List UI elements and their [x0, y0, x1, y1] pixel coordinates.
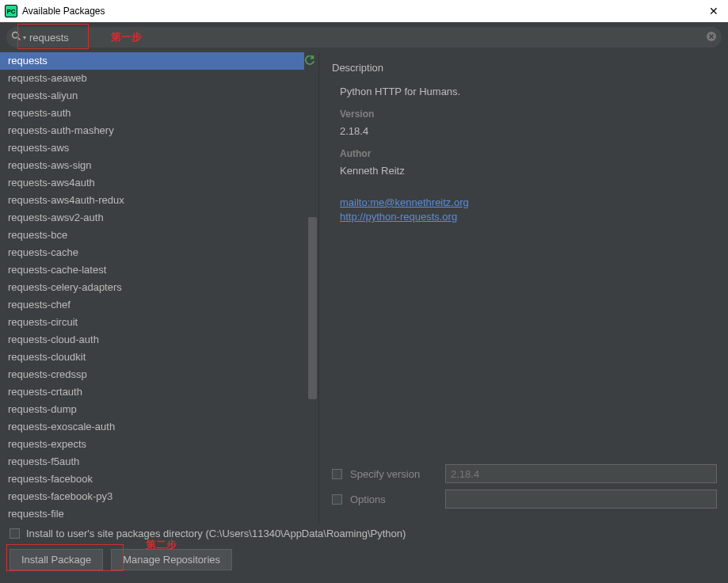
description-text: Python HTTP for Humans. [340, 85, 717, 99]
search-bar: ▾ 第一步 [0, 22, 728, 52]
package-item[interactable]: requests-aws4auth [0, 174, 304, 192]
package-item[interactable]: requests-aws-sign [0, 157, 304, 174]
package-item[interactable]: requests-celery-adapters [0, 279, 304, 296]
title-bar: PC Available Packages ✕ [0, 0, 728, 22]
svg-point-0 [13, 32, 18, 38]
package-item[interactable]: requests-auth [0, 105, 304, 122]
package-item[interactable]: requests-dump [0, 401, 304, 418]
scrollbar-thumb[interactable] [308, 217, 317, 399]
clear-search-icon[interactable] [706, 31, 717, 44]
author-label: Author [340, 147, 717, 161]
package-list-pane: requestsrequests-aeawebrequests-aliyunre… [0, 52, 318, 523]
specify-version-row: Specify version [332, 464, 717, 483]
options-input[interactable] [445, 490, 717, 509]
package-item[interactable]: requests-aws4auth-redux [0, 192, 304, 209]
details-pane: Description Python HTTP for Humans. Vers… [319, 52, 728, 523]
version-label: Version [340, 107, 717, 121]
package-item[interactable]: requests-cloud-auth [0, 331, 304, 349]
main-area: requestsrequests-aeawebrequests-aliyunre… [0, 52, 728, 523]
install-to-user-checkbox[interactable] [10, 528, 20, 539]
project-url-link[interactable]: http://python-requests.org [340, 211, 457, 223]
specify-version-checkbox[interactable] [332, 469, 342, 479]
specify-version-input[interactable] [445, 464, 717, 483]
package-item[interactable]: requests [0, 52, 304, 70]
package-item[interactable]: requests-aws [0, 139, 304, 157]
search-icon [11, 31, 21, 44]
install-to-user-label: Install to user's site packages director… [26, 528, 406, 539]
package-item[interactable]: requests-cloudkit [0, 349, 304, 366]
package-item[interactable]: requests-expects [0, 436, 304, 453]
search-input[interactable] [29, 32, 706, 44]
pycharm-icon: PC [5, 5, 17, 17]
package-item[interactable]: requests-file [0, 505, 304, 523]
options-checkbox[interactable] [332, 494, 342, 505]
description-heading: Description [332, 62, 717, 74]
package-item[interactable]: requests-facebook [0, 471, 304, 488]
svg-line-1 [17, 37, 20, 40]
install-package-button[interactable]: Install Package [10, 549, 103, 570]
package-item[interactable]: requests-bce [0, 227, 304, 244]
package-item[interactable]: requests-exoscale-auth [0, 418, 304, 436]
specify-version-label: Specify version [350, 468, 437, 480]
package-item[interactable]: requests-auth-mashery [0, 122, 304, 139]
package-item[interactable]: requests-aeaweb [0, 70, 304, 87]
install-to-user-row: Install to user's site packages director… [10, 528, 718, 539]
manage-repositories-button[interactable]: Manage Repositories [111, 549, 232, 570]
package-item[interactable]: requests-aliyun [0, 87, 304, 105]
package-item[interactable]: requests-crtauth [0, 383, 304, 401]
package-item[interactable]: requests-f5auth [0, 453, 304, 471]
package-item[interactable]: requests-cache-latest [0, 261, 304, 279]
bottom-bar: Install to user's site packages director… [0, 523, 728, 578]
package-item[interactable]: requests-credssp [0, 366, 304, 383]
search-dropdown-icon[interactable]: ▾ [23, 34, 26, 41]
author-email-link[interactable]: mailto:me@kennethreitz.org [340, 196, 469, 208]
package-list[interactable]: requestsrequests-aeawebrequests-aliyunre… [0, 52, 318, 523]
window-title: Available Packages [22, 6, 105, 17]
package-item[interactable]: requests-cache [0, 244, 304, 261]
version-value: 2.18.4 [340, 124, 717, 139]
options-label: Options [350, 493, 437, 505]
package-item[interactable]: requests-circuit [0, 314, 304, 331]
package-item[interactable]: requests-facebook-py3 [0, 488, 304, 505]
close-button[interactable]: ✕ [703, 3, 725, 19]
author-value: Kenneth Reitz [340, 164, 717, 178]
package-item[interactable]: requests-chef [0, 296, 304, 314]
package-item[interactable]: requests-awsv2-auth [0, 209, 304, 227]
search-field-wrap[interactable]: ▾ [6, 27, 722, 48]
options-row: Options [332, 490, 717, 509]
